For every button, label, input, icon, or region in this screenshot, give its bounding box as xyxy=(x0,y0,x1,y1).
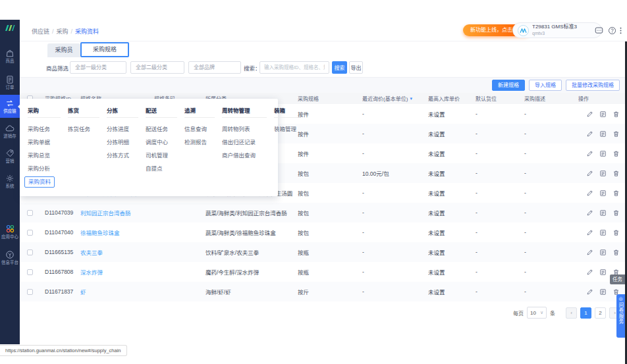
sidebar-item-应用中心[interactable]: 应用中心 xyxy=(0,224,20,240)
breadcrumb-item[interactable]: 采购资料 xyxy=(75,28,99,35)
nav-menu-item-调度中心[interactable]: 调度中心 xyxy=(146,136,177,149)
category-cell: 饮料/矿泉水/农夫三拳 xyxy=(200,248,292,256)
task-float-tab[interactable]: 任务 xyxy=(610,274,625,284)
delete-icon[interactable] xyxy=(613,170,620,177)
info-platform-icon xyxy=(0,250,20,259)
sidebar-item-信息平台[interactable]: 信息平台 xyxy=(0,250,20,265)
edit-icon[interactable] xyxy=(586,209,593,217)
nav-menu-item-自提点[interactable]: 自提点 xyxy=(146,162,177,175)
spec-id-cell: D11047040 xyxy=(40,229,75,236)
help-icon[interactable] xyxy=(607,26,616,36)
row-checkbox[interactable] xyxy=(27,230,33,236)
delete-icon[interactable] xyxy=(613,229,620,236)
row-checkbox[interactable] xyxy=(27,249,33,255)
import-spec-button[interactable]: 导入规格 xyxy=(529,80,562,91)
category-select-3[interactable]: 全部品牌 xyxy=(188,61,241,74)
category-select-1[interactable]: 全部一级分类 xyxy=(70,61,126,74)
category-select-2[interactable]: 全部二级分类 xyxy=(130,61,184,74)
record-icon[interactable] xyxy=(599,130,607,138)
delete-icon[interactable] xyxy=(613,130,620,138)
delete-icon[interactable] xyxy=(613,150,620,157)
spec-name-link[interactable]: 农夫三拳 xyxy=(80,249,103,256)
page-button-1[interactable]: 1 xyxy=(580,307,591,319)
record-icon[interactable] xyxy=(599,150,607,157)
nav-menu-item-信息查询[interactable]: 信息查询 xyxy=(184,122,215,136)
edit-icon[interactable] xyxy=(586,170,593,177)
delete-icon[interactable] xyxy=(613,249,620,256)
prev-page-button[interactable]: ‹ xyxy=(566,307,577,319)
delete-icon[interactable] xyxy=(613,190,620,197)
export-button[interactable]: 导出 xyxy=(349,61,363,74)
record-icon[interactable] xyxy=(599,229,607,236)
record-icon[interactable] xyxy=(599,288,607,296)
nav-menu-item-检测报告[interactable]: 检测报告 xyxy=(184,136,215,149)
message-icon[interactable] xyxy=(594,26,603,36)
nav-menu-item-分拣进度[interactable]: 分拣进度 xyxy=(107,122,138,136)
search-button[interactable]: 搜索 xyxy=(332,61,347,74)
sidebar-item-进销存[interactable]: 进销存 xyxy=(0,124,20,139)
sidebar-item-商品[interactable]: 商品 xyxy=(0,49,20,64)
nav-menu-item-拣货任务[interactable]: 拣货任务 xyxy=(68,122,99,136)
row-checkbox[interactable] xyxy=(27,269,33,275)
nav-menu-item-采购资料[interactable]: 采购资料 xyxy=(28,175,61,188)
record-icon[interactable] xyxy=(599,249,607,256)
per-page-value: 10 xyxy=(530,310,536,316)
sort-desc-icon[interactable]: ▼ xyxy=(409,97,413,101)
nav-menu-item-商户借出查询[interactable]: 商户借出查询 xyxy=(222,149,267,162)
spec-unit-cell: 按件 xyxy=(292,110,357,118)
edit-icon[interactable] xyxy=(586,229,593,236)
record-icon[interactable] xyxy=(599,170,607,177)
tab-采购规格[interactable]: 采购规格 xyxy=(80,42,129,57)
edit-icon[interactable] xyxy=(586,288,593,296)
record-icon[interactable] xyxy=(599,269,607,276)
sidebar-item-系统[interactable]: 系统 xyxy=(0,174,20,189)
guanmai-logo-icon[interactable] xyxy=(0,24,20,34)
row-checkbox[interactable] xyxy=(27,289,33,295)
max-inbound-price-cell: 未设置 xyxy=(423,248,470,256)
record-icon[interactable] xyxy=(599,209,607,217)
spec-name-link[interactable]: 利知园正宗台湾香肠 xyxy=(80,210,131,217)
spec-name-link[interactable]: 深水炸弹 xyxy=(80,269,103,276)
per-page-select[interactable]: 10 ∨ xyxy=(527,307,547,319)
row-checkbox[interactable] xyxy=(27,210,33,216)
tab-采购员[interactable]: 采购员 xyxy=(47,43,80,57)
sidebar-item-订单[interactable]: 订单 xyxy=(0,75,20,90)
page-button-2[interactable]: 2 xyxy=(595,307,606,319)
nav-menu-item-配送任务[interactable]: 配送任务 xyxy=(146,122,177,136)
nav-menu-item-司机管理[interactable]: 司机管理 xyxy=(146,149,177,162)
sidebar-item-营销[interactable]: 营销 xyxy=(0,149,20,164)
edit-icon[interactable] xyxy=(586,269,593,276)
user-menu[interactable]: T29831 GMS标准3 qmtv3 xyxy=(512,22,602,38)
breadcrumb-item[interactable]: 采购 xyxy=(57,28,68,35)
nav-menu-item-周转物列表[interactable]: 周转物列表 xyxy=(222,122,267,136)
nav-menu-item-借出归还记录[interactable]: 借出归还记录 xyxy=(222,136,267,149)
edit-icon[interactable] xyxy=(586,150,593,157)
nav-menu-item-采购分析[interactable]: 采购分析 xyxy=(28,162,61,175)
service-float-tab[interactable]: ◎ 问卷服务 xyxy=(616,294,625,338)
delete-icon[interactable] xyxy=(613,111,620,118)
spec-name-link[interactable]: 徐福鲍鱼珍珠盒 xyxy=(80,230,120,236)
breadcrumb-item[interactable]: 供应链 xyxy=(32,28,49,35)
nav-menu-item-分拣方式[interactable]: 分拣方式 xyxy=(107,149,138,162)
batch-edit-button[interactable]: 批量修改采购规格 xyxy=(566,80,620,91)
nav-menu-item-采购总览[interactable]: 采购总览 xyxy=(28,149,61,162)
edit-icon[interactable] xyxy=(586,249,593,256)
nav-menu-item-采购单据[interactable]: 采购单据 xyxy=(28,136,61,149)
spec-name-link[interactable]: 虾 xyxy=(80,289,86,296)
edit-icon[interactable] xyxy=(586,130,593,138)
edit-icon[interactable] xyxy=(586,190,593,197)
max-inbound-price-cell: 未设置 xyxy=(423,288,470,296)
more-icon[interactable] xyxy=(616,26,625,36)
record-icon[interactable] xyxy=(599,111,607,118)
search-input[interactable] xyxy=(259,61,329,74)
nav-menu-item-采购任务[interactable]: 采购任务 xyxy=(28,122,61,136)
new-spec-button[interactable]: 新建规格 xyxy=(492,80,525,91)
nav-menu-group-title: 周转物管理 xyxy=(222,106,267,118)
record-icon[interactable] xyxy=(599,190,607,197)
nav-menu-group-title: 拣货 xyxy=(68,106,99,118)
delete-icon[interactable] xyxy=(613,209,620,217)
edit-icon[interactable] xyxy=(586,111,593,118)
nav-menu-item-分拣明细[interactable]: 分拣明细 xyxy=(107,136,138,149)
sidebar-item-供应链[interactable]: 供应链 xyxy=(0,95,20,118)
nav-menu-item-装箱管理[interactable]: 装箱管理 xyxy=(274,122,302,136)
